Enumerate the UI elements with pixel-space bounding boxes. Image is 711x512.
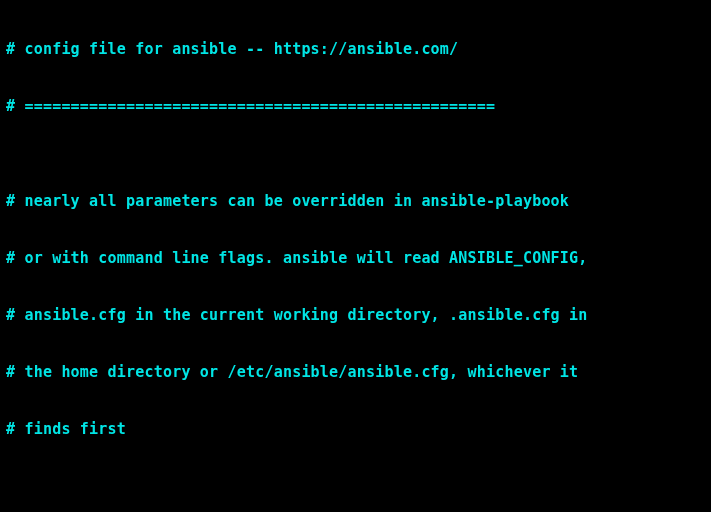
config-line: # ======================================… — [6, 97, 705, 116]
config-line: # nearly all parameters can be overridde… — [6, 192, 705, 211]
terminal-view: # config file for ansible -- https://ans… — [0, 0, 711, 512]
config-line: # finds first — [6, 420, 705, 439]
config-line: # config file for ansible -- https://ans… — [6, 40, 705, 59]
config-line: # ansible.cfg in the current working dir… — [6, 306, 705, 325]
config-line: # or with command line flags. ansible wi… — [6, 249, 705, 268]
config-line: # the home directory or /etc/ansible/ans… — [6, 363, 705, 382]
